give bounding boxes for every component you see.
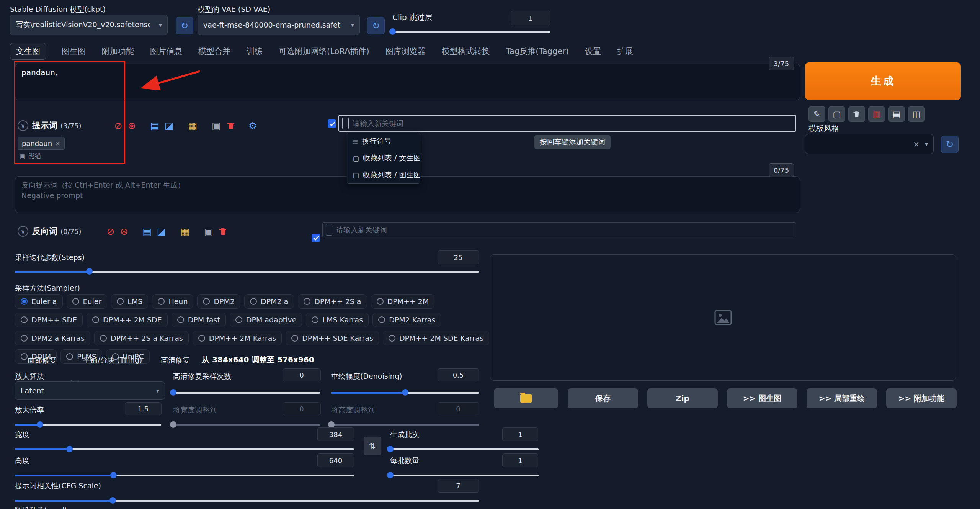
prompt-tag-chip[interactable]: pandaun × — [18, 137, 65, 150]
sampler-option[interactable]: LMS — [111, 294, 148, 309]
clear-button[interactable] — [848, 106, 865, 122]
vae-refresh-button[interactable]: ↻ — [367, 17, 385, 34]
bookmark-icon[interactable]: ◪ — [157, 227, 166, 236]
sampler-option[interactable]: DPM fast — [172, 313, 226, 327]
tab[interactable]: Tag反推(Tagger) — [505, 43, 570, 59]
cfg-slider[interactable] — [15, 497, 479, 504]
tab[interactable]: 模型合并 — [198, 43, 231, 59]
sampler-option[interactable]: Euler a — [15, 294, 63, 309]
reset-prompt-icon[interactable]: ⊛ — [127, 121, 136, 131]
denoising-value[interactable]: 0.5 — [438, 368, 479, 381]
tab[interactable]: 图生图 — [61, 43, 87, 59]
open-folder-button[interactable] — [494, 388, 558, 408]
width-slider[interactable] — [15, 446, 354, 453]
cfg-value[interactable]: 7 — [438, 479, 479, 493]
trash-icon[interactable] — [219, 227, 228, 236]
paste-icon[interactable]: ▤ — [142, 227, 152, 236]
batch-size-value[interactable]: 1 — [502, 453, 538, 467]
sampler-option[interactable]: DPM++ 2S a Karras — [94, 331, 189, 345]
vae-select[interactable]: vae-ft-mse-840000-ema-pruned.safetensors… — [198, 15, 360, 35]
clear-negative-icon[interactable]: ⊘ — [106, 227, 114, 236]
sampler-option[interactable]: DPM++ SDE — [15, 313, 83, 327]
height-value[interactable]: 640 — [317, 453, 354, 467]
menu-item[interactable]: ▢ 收藏列表 / 文生图 — [347, 150, 420, 167]
collapse-chevron-icon[interactable]: ∨ — [18, 120, 28, 131]
paste-params-button[interactable]: ✎ — [808, 106, 825, 122]
height-slider[interactable] — [15, 472, 354, 479]
clip-skip-slider[interactable] — [392, 28, 550, 35]
extra-networks-icon[interactable]: ▦ — [181, 227, 190, 236]
sampler-option[interactable]: DPM++ SDE Karras — [286, 331, 379, 345]
upscale-by-value[interactable]: 1.5 — [125, 402, 162, 415]
reset-negative-icon[interactable]: ⊛ — [120, 227, 128, 236]
apply-style-button[interactable]: ▤ — [888, 106, 905, 122]
hires-steps-value[interactable]: 0 — [283, 368, 321, 381]
output-button[interactable]: >> 图生图 — [727, 388, 797, 408]
tab[interactable]: 文生图 — [10, 43, 46, 60]
clear-selection-icon[interactable]: × — [913, 139, 920, 149]
save-style-button[interactable]: ◫ — [908, 106, 925, 122]
generate-button[interactable]: 生成 — [805, 62, 961, 100]
clip-skip-value[interactable]: 1 — [511, 11, 550, 25]
upscaler-select[interactable]: Latent ▾ — [15, 381, 165, 400]
ckpt-refresh-button[interactable]: ↻ — [176, 17, 193, 34]
hires-steps-slider[interactable] — [173, 389, 320, 396]
tab[interactable]: 扩展 — [616, 43, 634, 59]
copy-icon[interactable]: ▣ — [204, 227, 213, 236]
prompt-keyword-checkbox[interactable] — [328, 119, 336, 128]
sampler-option[interactable]: DPM2 — [197, 294, 240, 309]
output-button[interactable]: >> 局部重绘 — [807, 388, 877, 408]
style-select[interactable]: × ▾ — [805, 134, 934, 154]
negative-keyword-checkbox[interactable] — [312, 234, 320, 242]
clear-prompt-icon[interactable]: ⊘ — [114, 121, 122, 131]
copy-icon[interactable]: ▣ — [212, 121, 221, 131]
sampler-option[interactable]: DPM++ 2S a — [298, 294, 367, 309]
tag-remove-icon[interactable]: × — [55, 140, 60, 147]
denoising-slider[interactable] — [331, 389, 479, 396]
prompt-textarea[interactable]: pandaun, — [15, 64, 800, 100]
output-button[interactable]: >> 附加功能 — [886, 388, 957, 408]
tab[interactable]: 可选附加网络(LoRA插件) — [278, 43, 370, 59]
sampler-option[interactable]: DPM2 a Karras — [15, 331, 90, 345]
trash-icon[interactable] — [226, 121, 235, 130]
tab[interactable]: 模型格式转换 — [441, 43, 491, 59]
upscale-by-slider[interactable] — [15, 421, 161, 428]
style-refresh-button[interactable]: ↻ — [941, 136, 959, 153]
sampler-option[interactable]: DPM++ 2M Karras — [193, 331, 282, 345]
width-value[interactable]: 384 — [317, 427, 354, 441]
paste-icon[interactable]: ▤ — [150, 121, 159, 131]
steps-slider[interactable] — [15, 268, 479, 275]
collapse-chevron-icon[interactable]: ∨ — [18, 226, 28, 237]
tab[interactable]: 图片信息 — [149, 43, 183, 59]
menu-item[interactable]: ▢ 收藏列表 / 图生图 — [347, 167, 420, 183]
bookmark-icon[interactable]: ◪ — [165, 121, 174, 131]
negative-keyword-input[interactable] — [335, 225, 793, 234]
sampler-option[interactable]: LMS Karras — [306, 313, 369, 327]
output-button[interactable]: Zip — [647, 388, 718, 408]
ckpt-select[interactable]: 写实\realisticVisionV20_v20.safetensors [c… — [10, 15, 168, 35]
styles-red-button[interactable]: ▥ — [868, 106, 885, 122]
swap-dimensions-button[interactable]: ⇅ — [364, 437, 381, 455]
sampler-option[interactable]: DPM2 a — [244, 294, 294, 309]
sampler-option[interactable]: DPM adaptive — [230, 313, 302, 327]
sampler-option[interactable]: Euler — [67, 294, 108, 309]
batch-count-value[interactable]: 1 — [502, 427, 538, 441]
prompt-keyword-input[interactable] — [352, 119, 792, 128]
sampler-option[interactable]: DPM2 Karras — [372, 313, 441, 327]
tab[interactable]: 图库浏览器 — [385, 43, 426, 59]
tab[interactable]: 设置 — [584, 43, 602, 59]
gear-icon[interactable]: ⚙ — [248, 121, 257, 131]
sampler-option[interactable]: DPM++ 2M — [371, 294, 435, 309]
tab[interactable]: 训练 — [246, 43, 263, 59]
sampler-option[interactable]: DPM++ 2M SDE — [87, 313, 168, 327]
batch-size-slider[interactable] — [390, 472, 539, 479]
steps-value[interactable]: 25 — [438, 250, 479, 264]
output-button[interactable]: 保存 — [568, 388, 638, 408]
sampler-option[interactable]: Heun — [152, 294, 193, 309]
batch-count-slider[interactable] — [390, 446, 539, 453]
extra-networks-icon[interactable]: ▦ — [188, 121, 198, 131]
frame-button[interactable]: ▢ — [828, 106, 845, 122]
tab[interactable]: 附加功能 — [101, 43, 135, 59]
sampler-option[interactable]: DPM++ 2M SDE Karras — [383, 331, 489, 345]
menu-item[interactable]: ≡ 换行符号 — [347, 133, 420, 150]
